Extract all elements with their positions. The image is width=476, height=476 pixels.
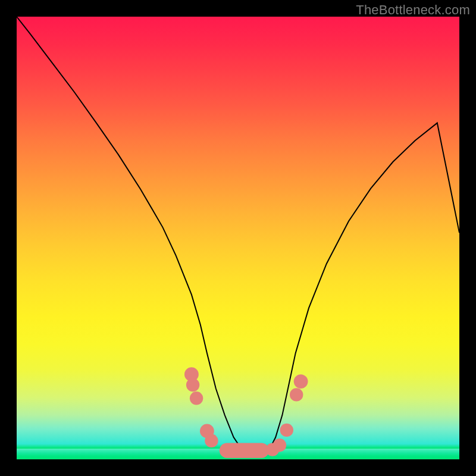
marker-dot [205, 434, 218, 447]
marker-dot [294, 374, 308, 389]
plot-area [17, 17, 459, 459]
marker-dot [273, 439, 286, 452]
bottleneck-curve [17, 17, 459, 455]
curve-svg [17, 17, 459, 459]
marker-dot [290, 388, 303, 401]
marker-dot [190, 392, 203, 405]
marker-pill [220, 443, 269, 458]
watermark-label: TheBottleneck.com [356, 2, 470, 18]
chart-frame: TheBottleneck.com [0, 0, 476, 476]
marker-dot [186, 378, 199, 392]
marker-dot [280, 424, 293, 437]
